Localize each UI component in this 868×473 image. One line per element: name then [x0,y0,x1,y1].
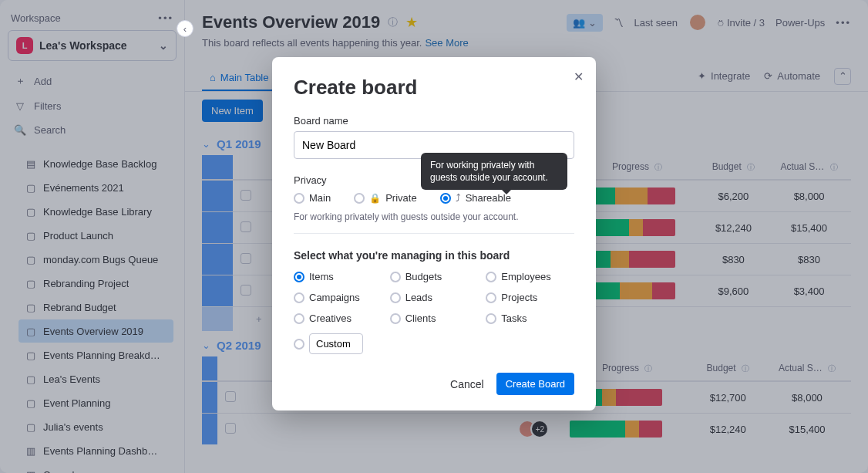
modal-title: Create board [294,76,574,100]
managing-option[interactable]: Items [294,271,382,282]
radio-icon [294,292,304,303]
managing-custom[interactable] [294,333,574,354]
managing-option[interactable]: Campaigns [294,292,382,303]
radio-icon [390,313,401,324]
radio-icon [440,193,451,204]
radio-icon [390,292,401,303]
managing-option[interactable]: Clients [390,313,479,324]
privacy-tooltip: For working privately with guests outsid… [421,153,567,190]
privacy-hint: For working privately with guests outsid… [294,211,574,234]
close-icon[interactable]: ✕ [574,69,584,84]
privacy-main[interactable]: Main [294,192,331,204]
radio-icon [294,339,304,350]
lock-icon: 🔒 [369,193,381,204]
radio-icon [390,272,401,282]
radio-icon [486,272,496,282]
create-board-modal: ✕ Create board Board name Privacy Main 🔒… [272,57,596,410]
managing-option[interactable]: Employees [486,271,574,282]
managing-label: Select what you're managing in this boar… [294,249,574,262]
radio-icon [354,193,365,204]
radio-icon [294,272,304,282]
privacy-shareable[interactable]: ⤴Shareable [440,192,511,204]
radio-icon [486,292,496,303]
create-board-button[interactable]: Create Board [496,373,574,395]
managing-option[interactable]: Creatives [294,313,382,324]
cancel-button[interactable]: Cancel [450,378,484,390]
radio-icon [486,313,496,324]
managing-option[interactable]: Tasks [486,313,574,324]
share-icon: ⤴ [456,192,461,204]
modal-backdrop[interactable]: ✕ Create board Board name Privacy Main 🔒… [0,0,868,473]
managing-option[interactable]: Projects [486,292,574,303]
privacy-private[interactable]: 🔒Private [354,192,416,204]
radio-icon [294,313,304,324]
managing-option[interactable]: Leads [390,292,479,303]
board-name-label: Board name [294,115,574,127]
custom-type-input[interactable] [309,333,363,354]
managing-option[interactable]: Budgets [390,271,479,282]
radio-icon [294,193,304,204]
collapse-sidebar-button[interactable]: ‹ [177,20,193,37]
